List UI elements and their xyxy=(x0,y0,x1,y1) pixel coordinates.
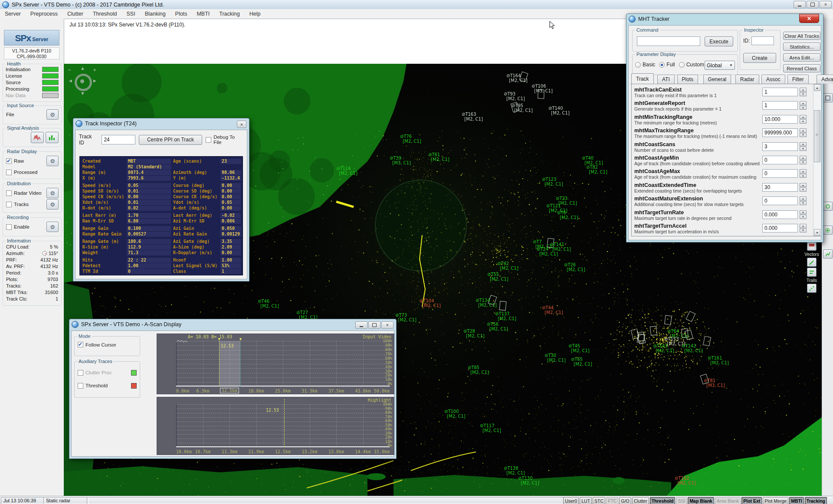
spin-up-icon[interactable]: ▲ xyxy=(800,156,807,160)
track-label-t30[interactable]: ⊘T30 [M2, C1] xyxy=(544,353,566,363)
param-value-input[interactable]: 0.000 xyxy=(762,224,798,232)
param-value-input[interactable]: 0 xyxy=(762,196,798,205)
track-label-t81[interactable]: ⊘T81 [M3, C1] xyxy=(704,378,725,388)
status-button-map-blank[interactable]: Map Blank xyxy=(688,497,714,504)
inspector-id-input[interactable] xyxy=(751,36,774,45)
statistics-button[interactable]: Statistics... xyxy=(783,43,820,51)
menu-item-tracking[interactable]: Tracking xyxy=(214,9,244,19)
track-label-t141[interactable]: ⊘T141 [M2, C1] xyxy=(550,242,571,252)
spin-up-icon[interactable]: ▲ xyxy=(800,169,807,173)
recording-config-button[interactable]: ⚙ xyxy=(46,222,59,232)
tab-assoc[interactable]: Assoc xyxy=(761,75,785,84)
recording-enable-checkbox[interactable]: Enable xyxy=(6,224,46,230)
spin-down-icon[interactable]: ▼ xyxy=(800,229,807,233)
track-label-t27[interactable]: ⊘T27 [M2, C1] xyxy=(296,310,318,320)
overlay-config-button[interactable] xyxy=(807,242,817,251)
strip-button-2[interactable] xyxy=(823,202,833,211)
param-spinner[interactable]: ▲▼ xyxy=(800,183,807,192)
track-label-t161[interactable]: ⊘T161 [M2, C1] xyxy=(708,356,729,365)
menu-item-plots[interactable]: Plots xyxy=(171,9,192,19)
track-label-t39[interactable]: ⊘T39 [M3, C1] xyxy=(390,156,411,165)
spin-up-icon[interactable]: ▲ xyxy=(800,196,807,201)
status-button-clutter[interactable]: Clutter xyxy=(632,497,649,504)
param-display-radio-basic[interactable]: Basic xyxy=(635,62,655,68)
spin-down-icon[interactable]: ▼ xyxy=(800,92,807,97)
scrollbar-thumb[interactable] xyxy=(814,110,820,162)
signal-histogram-button[interactable] xyxy=(31,132,44,143)
menu-item-server[interactable]: Server xyxy=(0,9,26,19)
spin-up-icon[interactable]: ▲ xyxy=(800,183,807,187)
signal-bars-button[interactable] xyxy=(46,132,59,143)
spin-up-icon[interactable]: ▲ xyxy=(800,128,807,133)
scroll-down-icon[interactable]: ▼ xyxy=(814,229,820,236)
track-label-t76[interactable]: ⊘T76 [M2, C1] xyxy=(400,134,421,144)
param-spinner[interactable]: ▲▼ xyxy=(800,101,807,110)
track-label-t6[interactable]: ⊘T6 [M2, C1] xyxy=(557,210,578,220)
param-value-input[interactable]: 1 xyxy=(762,88,798,96)
zoom-in-icon[interactable]: + xyxy=(93,67,96,72)
track-label-t138[interactable]: ⊘T138 [M2, C1] xyxy=(504,466,525,475)
param-spinner[interactable]: ▲▼ xyxy=(800,156,807,164)
pan-right-icon[interactable]: ► xyxy=(92,78,97,83)
distribution-tracks-checkbox[interactable]: Tracks xyxy=(6,202,46,207)
track-inspector-close-button[interactable]: × xyxy=(237,121,246,128)
track-label-t163[interactable]: ⊘T163 [M2, C1] xyxy=(462,112,483,121)
mht-scrollbar[interactable]: ▲ ▼ xyxy=(813,84,821,236)
spin-up-icon[interactable]: ▲ xyxy=(800,115,807,119)
param-value-input[interactable]: 10.000 xyxy=(762,115,798,124)
track-label-t164[interactable]: ⊘T164 [M2, C1] xyxy=(506,73,528,83)
track-label-t142[interactable]: ⊘T142 [M2, C1] xyxy=(682,344,703,353)
track-label-t117[interactable]: ⊘T117 [M2, C1] xyxy=(480,423,501,433)
track-label-t42[interactable]: ⊘T42 [M2, C1] xyxy=(497,261,518,271)
spin-down-icon[interactable]: ▼ xyxy=(800,160,807,165)
tab-radar[interactable]: Radar xyxy=(735,75,759,84)
param-spinner[interactable]: ▲▼ xyxy=(800,115,807,124)
param-display-radio-full[interactable]: Full xyxy=(659,62,675,68)
track-label-t55[interactable]: ⊘T55 [M2, C1] xyxy=(487,272,508,281)
close-button[interactable]: × xyxy=(820,1,832,8)
marker-b-icon[interactable]: ▼ xyxy=(239,337,243,341)
status-button-plot-ext[interactable]: Plot Ext xyxy=(741,497,762,504)
ascan-titlebar[interactable]: SPx Server - VTS Demo - A-Scan Display × xyxy=(69,319,396,330)
param-value-input[interactable]: 1 xyxy=(762,101,798,110)
param-value-input[interactable]: 999999.000 xyxy=(762,128,798,137)
aux-trace-threshold-checkbox[interactable]: Threshold xyxy=(78,379,137,392)
minimize-button[interactable] xyxy=(794,1,806,8)
track-label-t143[interactable]: ⊘T143 [M2, C1] xyxy=(653,344,674,353)
track-label-t65[interactable]: ⊘T65 [M2, C1] xyxy=(571,357,592,367)
pan-zoom-compass[interactable]: − + ▲ ▼ ◄ ► xyxy=(67,66,98,97)
menu-item-blanking[interactable]: Blanking xyxy=(140,9,171,19)
spin-down-icon[interactable]: ▼ xyxy=(800,106,807,110)
spin-down-icon[interactable]: ▼ xyxy=(800,133,807,137)
spin-up-icon[interactable]: ▲ xyxy=(800,142,807,147)
status-button-threshold[interactable]: Threshold xyxy=(650,497,676,504)
range-cursor-line[interactable] xyxy=(284,399,285,447)
track-label-t85[interactable]: ⊘T85 [M2, C1] xyxy=(468,365,489,375)
tab-general[interactable]: General xyxy=(703,75,731,84)
clear-all-tracks-button[interactable]: Clear All Tracks xyxy=(783,32,820,40)
ascan-close-button[interactable]: × xyxy=(381,321,394,329)
mht-titlebar[interactable]: MHT Tracker xyxy=(626,14,823,24)
strip-button-1[interactable] xyxy=(823,93,833,102)
mht-close-button[interactable]: ✕ xyxy=(799,14,819,23)
menu-item-help[interactable]: Help xyxy=(245,9,266,19)
input-source-config-button[interactable]: ⚙ xyxy=(46,109,59,120)
spin-down-icon[interactable]: ▼ xyxy=(800,119,807,124)
param-spinner[interactable]: ▲▼ xyxy=(800,196,807,205)
track-label-t137[interactable]: ⊘T137 [M2, C1] xyxy=(495,311,516,321)
tab-advanced[interactable]: Advanced xyxy=(817,75,833,84)
menu-item-threshold[interactable]: Threshold xyxy=(88,9,122,19)
param-value-input[interactable]: 30 xyxy=(762,183,798,192)
status-button-stc[interactable]: STC xyxy=(593,497,605,504)
param-spinner[interactable]: ▲▼ xyxy=(800,88,807,96)
tab-track[interactable]: Track xyxy=(631,73,654,84)
create-button[interactable]: Create xyxy=(743,53,776,63)
strip-button-3[interactable] xyxy=(823,226,833,235)
tab-plots[interactable]: Plots xyxy=(677,75,699,84)
status-button-user0[interactable]: User0 xyxy=(563,497,579,504)
maximize-button[interactable] xyxy=(807,1,819,8)
menu-item-ssi[interactable]: SSI xyxy=(121,9,140,19)
radar-display-processed-checkbox[interactable]: Processed xyxy=(6,170,59,175)
distribution-config-button[interactable]: ⚙ xyxy=(46,199,59,209)
track-label-t134[interactable]: ⊘T134 [M2, C1] xyxy=(476,298,497,308)
